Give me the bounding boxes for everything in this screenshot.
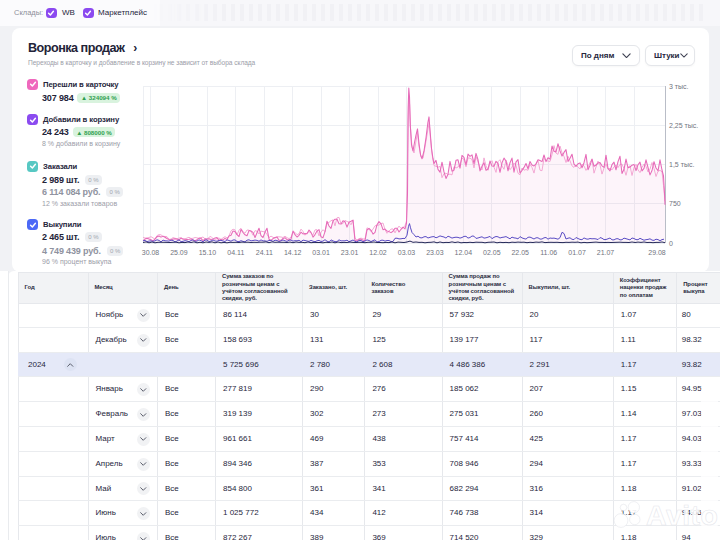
svg-text:Avito: Avito bbox=[646, 499, 718, 531]
